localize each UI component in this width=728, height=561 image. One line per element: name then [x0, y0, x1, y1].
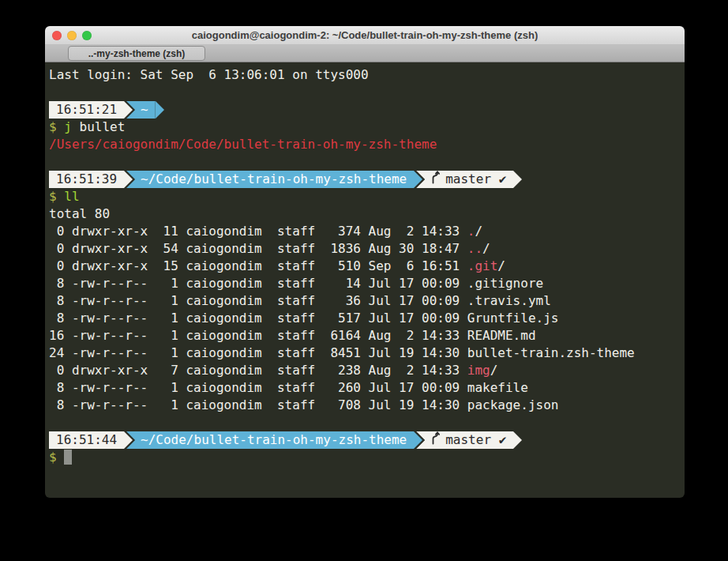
file-name: package.json — [467, 397, 559, 412]
file-listing-row: 0 drwxr-xr-x 15 caiogondim staff 510 Sep… — [49, 258, 681, 275]
file-meta: 24 -rw-r--r-- 1 caiogondim staff 8451 Ju… — [49, 345, 467, 360]
file-meta: 0 drwxr-xr-x 54 caiogondim staff 1836 Au… — [49, 241, 467, 256]
file-meta: 0 drwxr-xr-x 15 caiogondim staff 510 Sep… — [49, 258, 467, 273]
prompt-segment-label: 16:51:21 — [56, 101, 117, 119]
command-token: j — [64, 119, 79, 134]
terminal-output-line: Last login: Sat Sep 6 13:06:01 on ttys00… — [49, 66, 681, 84]
file-listing-row: 16 -rw-r--r-- 1 caiogondim staff 6164 Au… — [49, 327, 681, 345]
shell-prompt: 16:51:44~/Code/bullet-train-oh-my-zsh-th… — [49, 431, 681, 449]
git-branch-icon — [430, 431, 441, 450]
file-name: .. — [467, 241, 482, 256]
file-meta: 8 -rw-r--r-- 1 caiogondim staff 708 Jul … — [49, 397, 467, 412]
blank-line — [49, 414, 681, 431]
tab-label: ..-my-zsh-theme (zsh) — [88, 48, 186, 59]
tab-bar: ..-my-zsh-theme (zsh) — [45, 45, 685, 62]
file-name-slash: / — [490, 363, 498, 378]
command-token: $ — [49, 119, 64, 134]
terminal-content[interactable]: Last login: Sat Sep 6 13:06:01 on ttys00… — [45, 62, 685, 498]
git-branch-icon — [430, 170, 441, 189]
powerline-arrow — [513, 171, 522, 188]
file-meta: 8 -rw-r--r-- 1 caiogondim staff 260 Jul … — [49, 380, 467, 395]
command-line: $ ll — [49, 188, 681, 205]
file-listing-row: 8 -rw-r--r-- 1 caiogondim staff 708 Jul … — [49, 397, 681, 414]
file-meta: 16 -rw-r--r-- 1 caiogondim staff 6164 Au… — [49, 328, 467, 343]
powerline-arrow — [156, 101, 164, 119]
powerline-arrow — [513, 431, 522, 449]
prompt-segment-label: master ✔ — [445, 431, 506, 449]
minimize-button[interactable] — [67, 31, 77, 40]
prompt-time-segment: 16:51:44 — [49, 431, 124, 449]
prompt-segment-label: master ✔ — [445, 171, 506, 188]
file-name: bullet-train.zsh-theme — [467, 345, 635, 360]
prompt-segment-label: 16:51:44 — [56, 431, 117, 449]
prompt-dir-segment: ~/Code/bullet-train-oh-my-zsh-theme — [126, 171, 414, 188]
terminal-output-line: total 80 — [49, 205, 681, 223]
file-name: Gruntfile.js — [467, 311, 559, 326]
file-name: README.md — [467, 328, 536, 343]
terminal-output-line: /Users/caiogondim/Code/bullet-train-oh-m… — [49, 136, 681, 153]
blank-line — [49, 153, 681, 171]
window-title: caiogondim@caiogondim-2: ~/Code/bullet-t… — [192, 29, 538, 41]
file-name-slash: / — [497, 258, 505, 273]
file-name: . — [467, 224, 475, 239]
file-name: .git — [467, 258, 498, 273]
file-listing-row: 8 -rw-r--r-- 1 caiogondim staff 517 Jul … — [49, 310, 681, 327]
file-meta: 0 drwxr-xr-x 11 caiogondim staff 374 Aug… — [49, 224, 467, 239]
file-name: img — [467, 363, 490, 378]
command-token: $ — [49, 450, 64, 465]
file-name: makefile — [467, 380, 528, 395]
file-listing-row: 0 drwxr-xr-x 11 caiogondim staff 374 Aug… — [49, 223, 681, 240]
file-listing-row: 8 -rw-r--r-- 1 caiogondim staff 14 Jul 1… — [49, 275, 681, 292]
file-name-slash: / — [475, 224, 482, 239]
file-name: .travis.yml — [467, 293, 551, 308]
prompt-segment-label: ~ — [141, 101, 148, 119]
file-meta: 8 -rw-r--r-- 1 caiogondim staff 517 Jul … — [49, 311, 467, 326]
file-listing-row: 0 drwxr-xr-x 54 caiogondim staff 1836 Au… — [49, 240, 681, 258]
command-line: $ — [49, 449, 681, 466]
terminal-tab[interactable]: ..-my-zsh-theme (zsh) — [68, 46, 205, 61]
prompt-git-segment: master ✔ — [416, 431, 513, 449]
prompt-time-segment: 16:51:21 — [49, 101, 124, 119]
file-listing-row: 24 -rw-r--r-- 1 caiogondim staff 8451 Ju… — [49, 345, 681, 362]
terminal-window: caiogondim@caiogondim-2: ~/Code/bullet-t… — [45, 26, 685, 498]
close-button[interactable] — [52, 31, 62, 40]
file-meta: 0 drwxr-xr-x 7 caiogondim staff 238 Aug … — [49, 363, 467, 378]
shell-prompt: 16:51:21~ — [49, 101, 681, 119]
command-token: bullet — [80, 119, 126, 134]
command-token: ll — [64, 189, 79, 204]
command-line: $ j bullet — [49, 119, 681, 136]
file-listing-row: 8 -rw-r--r-- 1 caiogondim staff 36 Jul 1… — [49, 292, 681, 310]
command-token: $ — [49, 189, 64, 204]
prompt-dir-segment: ~/Code/bullet-train-oh-my-zsh-theme — [126, 431, 414, 449]
prompt-segment-label: 16:51:39 — [56, 171, 117, 188]
prompt-git-segment: master ✔ — [416, 171, 513, 188]
prompt-segment-label: ~/Code/bullet-train-oh-my-zsh-theme — [141, 171, 407, 188]
prompt-time-segment: 16:51:39 — [49, 171, 124, 188]
zoom-button[interactable] — [82, 31, 92, 40]
file-meta: 8 -rw-r--r-- 1 caiogondim staff 36 Jul 1… — [49, 293, 467, 308]
file-meta: 8 -rw-r--r-- 1 caiogondim staff 14 Jul 1… — [49, 276, 467, 291]
shell-prompt: 16:51:39~/Code/bullet-train-oh-my-zsh-th… — [49, 171, 681, 188]
file-listing-row: 8 -rw-r--r-- 1 caiogondim staff 260 Jul … — [49, 379, 681, 397]
file-name-slash: / — [482, 241, 490, 256]
file-listing-row: 0 drwxr-xr-x 7 caiogondim staff 238 Aug … — [49, 362, 681, 379]
title-bar[interactable]: caiogondim@caiogondim-2: ~/Code/bullet-t… — [45, 26, 685, 45]
terminal-cursor[interactable] — [64, 450, 72, 465]
blank-line — [49, 84, 681, 101]
traffic-lights — [52, 26, 92, 44]
file-name: .gitignore — [467, 276, 543, 291]
prompt-segment-label: ~/Code/bullet-train-oh-my-zsh-theme — [141, 431, 407, 449]
